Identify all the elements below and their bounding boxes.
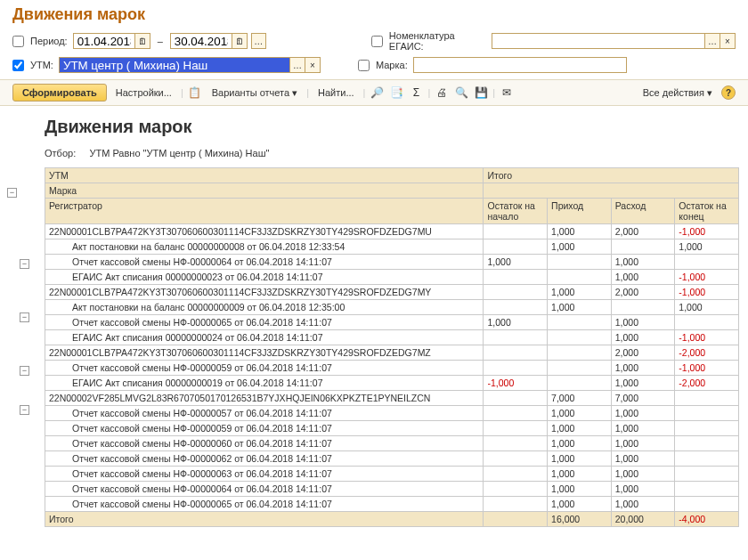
variants-button[interactable]: Варианты отчета ▾ <box>207 85 303 101</box>
row-name: Отчет кассовой смены НФ-00000062 от 06.0… <box>45 451 484 467</box>
row-name: Отчет кассовой смены НФ-00000059 от 06.0… <box>45 361 484 376</box>
row-name: Отчет кассовой смены НФ-00000063 от 06.0… <box>45 467 484 482</box>
table-row[interactable]: Отчет кассовой смены НФ-00000063 от 06.0… <box>45 467 739 482</box>
expand-icon[interactable]: 🔎 <box>369 85 385 101</box>
utm-clear-button[interactable]: × <box>305 57 321 73</box>
toolbar: Сформировать Настройки... | 📋 Варианты о… <box>0 79 748 106</box>
cell-out: 1,000 <box>611 497 675 512</box>
egais-ellipsis-button[interactable]: … <box>704 33 720 49</box>
separator: | <box>306 87 309 98</box>
outline-toggle[interactable]: − <box>20 405 29 415</box>
table-row[interactable]: Отчет кассовой смены НФ-00000065 от 06.0… <box>45 497 739 512</box>
period-ellipsis-button[interactable]: … <box>251 33 266 49</box>
row-name: Отчет кассовой смены НФ-00000057 от 06.0… <box>45 406 484 421</box>
cell-start <box>484 451 548 467</box>
utm-label: УТМ: <box>30 60 53 70</box>
separator: | <box>492 87 495 98</box>
form-button[interactable]: Сформировать <box>12 84 107 101</box>
cell-end <box>675 451 739 467</box>
calendar-icon[interactable]: 🗓 <box>232 33 248 49</box>
page-title: Движения марок <box>0 0 748 28</box>
total-end: -4,000 <box>675 512 739 527</box>
cell-out: 2,000 <box>611 224 675 239</box>
utm-ellipsis-button[interactable]: … <box>289 57 305 73</box>
outline-toggle[interactable]: − <box>7 188 17 198</box>
outline-toggle[interactable]: − <box>20 259 29 269</box>
egais-clear-button[interactable]: × <box>720 33 736 49</box>
preview-icon[interactable]: 🔍 <box>453 85 469 101</box>
sum-icon[interactable]: Σ <box>408 85 424 101</box>
row-name: Отчет кассовой смены НФ-00000059 от 06.0… <box>45 421 484 436</box>
outline-toggle[interactable]: − <box>20 366 29 376</box>
collapse-icon[interactable]: 📑 <box>388 85 404 101</box>
row-name: 22N00001CLB7PA472KY3T307060600301114CF3J… <box>45 345 484 361</box>
mail-icon[interactable]: ✉ <box>499 85 515 101</box>
variants-icon: 📋 <box>187 85 203 101</box>
cell-end: -2,000 <box>675 376 739 391</box>
table-row[interactable]: Отчет кассовой смены НФ-00000060 от 06.0… <box>45 436 739 451</box>
table-row[interactable]: Отчет кассовой смены НФ-00000065 от 06.0… <box>45 315 739 330</box>
period-checkbox[interactable] <box>12 36 24 47</box>
table-row[interactable]: Отчет кассовой смены НФ-00000057 от 06.0… <box>45 406 739 421</box>
settings-button[interactable]: Настройки... <box>110 85 177 101</box>
total-label: Итого <box>45 512 484 527</box>
cell-start <box>484 467 548 482</box>
table-row[interactable]: 22N00001CLB7PA472KY3T307060600301114CF3J… <box>45 345 739 361</box>
date-from-input[interactable] <box>73 33 135 49</box>
save-icon[interactable]: 💾 <box>473 85 489 101</box>
cell-start <box>484 421 548 436</box>
find-button[interactable]: Найти... <box>313 85 360 101</box>
utm-checkbox[interactable] <box>12 60 24 71</box>
egais-checkbox[interactable] <box>371 36 383 47</box>
print-icon[interactable]: 🖨 <box>434 85 450 101</box>
row-name: 22N00001CLB7PA472KY3T307060600301114CF3J… <box>45 285 484 300</box>
cell-out: 1,000 <box>611 255 675 270</box>
calendar-icon[interactable]: 🗓 <box>134 33 150 49</box>
cell-end <box>675 482 739 497</box>
table-row[interactable]: 22N00001CLB7PA472KY3T307060600301114CF3J… <box>45 224 739 239</box>
cell-end <box>675 467 739 482</box>
table-row[interactable]: ЕГАИС Акт списания 00000000023 от 06.04.… <box>45 270 739 285</box>
utm-input[interactable] <box>59 57 290 73</box>
row-name: ЕГАИС Акт списания 00000000024 от 06.04.… <box>45 330 484 345</box>
table-row[interactable]: ЕГАИС Акт списания 00000000024 от 06.04.… <box>45 330 739 345</box>
hdr-empty <box>484 183 739 199</box>
table-row[interactable]: Отчет кассовой смены НФ-00000062 от 06.0… <box>45 451 739 467</box>
hdr-utm: УТМ <box>45 168 484 183</box>
marka-checkbox[interactable] <box>358 60 370 71</box>
cell-out: 1,000 <box>611 361 675 376</box>
table-row[interactable]: 22N00002VF285LMVG2L83R6707050170126531B7… <box>45 391 739 406</box>
egais-input[interactable] <box>492 33 705 49</box>
table-row[interactable]: Акт постановки на баланс 00000000008 от … <box>45 239 739 255</box>
cell-end <box>675 497 739 512</box>
outline-toggle[interactable]: − <box>20 312 29 322</box>
row-name: ЕГАИС Акт списания 00000000019 от 06.04.… <box>45 376 484 391</box>
selection-text: УТМ Равно "УТМ центр ( Михина) Наш" <box>89 148 269 158</box>
cell-out: 2,000 <box>611 285 675 300</box>
all-actions-button[interactable]: Все действия ▾ <box>638 85 718 101</box>
marka-input[interactable] <box>413 57 627 73</box>
report-body[interactable]: Движения марок Отбор: УТМ Равно "УТМ цен… <box>36 106 748 560</box>
cell-start <box>484 497 548 512</box>
table-row[interactable]: 22N00001CLB7PA472KY3T307060600301114CF3J… <box>45 285 739 300</box>
table-row[interactable]: Отчет кассовой смены НФ-00000064 от 06.0… <box>45 255 739 270</box>
row-name: Отчет кассовой смены НФ-00000065 от 06.0… <box>45 497 484 512</box>
table-row[interactable]: ЕГАИС Акт списания 00000000019 от 06.04.… <box>45 376 739 391</box>
cell-end: -1,000 <box>675 330 739 345</box>
table-row[interactable]: Акт постановки на баланс 00000000009 от … <box>45 300 739 315</box>
egais-label: Номенклатура ЕГАИС: <box>389 30 486 52</box>
row-name: 22N00001CLB7PA472KY3T307060600301114CF3J… <box>45 224 484 239</box>
cell-start <box>484 482 548 497</box>
table-row[interactable]: Отчет кассовой смены НФ-00000064 от 06.0… <box>45 482 739 497</box>
cell-end: -1,000 <box>675 224 739 239</box>
cell-start <box>484 224 548 239</box>
hdr-total: Итого <box>484 168 739 183</box>
date-to-input[interactable] <box>170 33 232 49</box>
help-icon[interactable]: ? <box>721 85 736 100</box>
cell-in: 1,000 <box>548 239 612 255</box>
table-row[interactable]: Отчет кассовой смены НФ-00000059 от 06.0… <box>45 421 739 436</box>
row-name: ЕГАИС Акт списания 00000000023 от 06.04.… <box>45 270 484 285</box>
table-row[interactable]: Отчет кассовой смены НФ-00000059 от 06.0… <box>45 361 739 376</box>
row-name: Отчет кассовой смены НФ-00000065 от 06.0… <box>45 315 484 330</box>
cell-in <box>548 315 612 330</box>
